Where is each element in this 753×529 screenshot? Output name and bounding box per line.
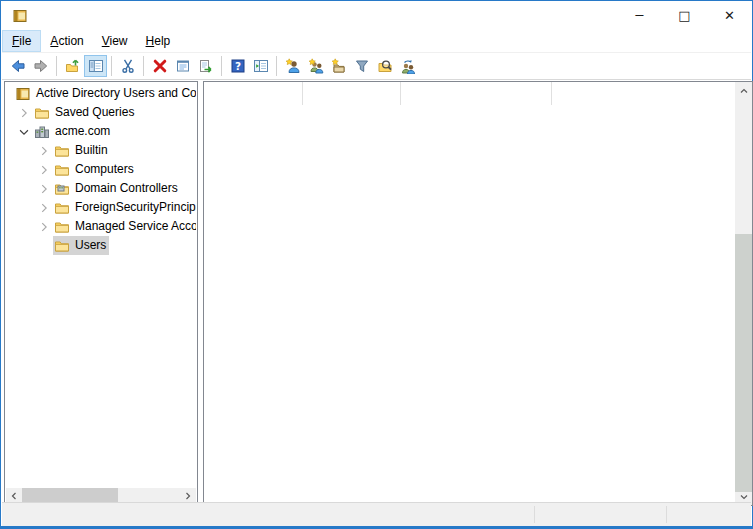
menu-item-file[interactable]: File — [2, 30, 41, 52]
new-user-icon — [285, 58, 301, 74]
new-group-button[interactable] — [304, 55, 327, 77]
group-membership-icon — [400, 58, 416, 74]
toolbar-separator[interactable] — [221, 56, 222, 76]
chevron-up-icon — [738, 85, 750, 97]
chev-right-icon[interactable] — [37, 201, 51, 215]
vertical-scroll-thumb[interactable] — [735, 234, 752, 492]
tree-item-label: Domain Controllers — [75, 179, 178, 198]
chevron-down-icon — [738, 491, 750, 503]
help-icon — [230, 58, 246, 74]
properties-button[interactable] — [171, 55, 194, 77]
menu-item-view[interactable]: View — [93, 30, 137, 52]
folder-icon — [54, 162, 70, 178]
up-one-level-button[interactable] — [61, 55, 84, 77]
menu-bar: File Action View Help — [2, 30, 751, 53]
tree-item-computers[interactable]: Computers — [6, 160, 196, 179]
folder-icon — [54, 143, 70, 159]
toolbar-separator[interactable] — [143, 56, 144, 76]
vertical-scrollbar[interactable] — [735, 82, 752, 505]
cut-button[interactable] — [116, 55, 139, 77]
folder-icon — [54, 200, 70, 216]
aduc-window: ─ □ ✕ File Action View Help — [0, 0, 753, 529]
tree-item-acme-com[interactable]: acme.com — [6, 122, 196, 141]
tree-item-domain-controllers[interactable]: Domain Controllers — [6, 179, 196, 198]
cut-icon — [120, 58, 136, 74]
up-level-icon — [65, 58, 81, 74]
chev-right-icon[interactable] — [37, 144, 51, 158]
toolbar — [2, 53, 751, 80]
status-bar-divider — [534, 506, 535, 523]
domain-icon — [34, 124, 50, 140]
filter-icon — [354, 58, 370, 74]
column-header-type[interactable] — [303, 82, 401, 105]
menu-item-action[interactable]: Action — [41, 30, 92, 52]
list-header — [204, 82, 735, 105]
toolbar-separator[interactable] — [276, 56, 277, 76]
column-header-description[interactable] — [401, 82, 552, 105]
tree-item-managed-service-accounts[interactable]: Managed Service Accou — [6, 217, 196, 236]
export-list-icon — [198, 58, 214, 74]
scroll-up-button[interactable] — [735, 82, 752, 99]
delete-button[interactable] — [148, 55, 171, 77]
toolbar-separator[interactable] — [56, 56, 57, 76]
tree-item-builtin[interactable]: Builtin — [6, 141, 196, 160]
filter-button[interactable] — [350, 55, 373, 77]
status-bar — [2, 502, 751, 526]
forward-button[interactable] — [29, 55, 52, 77]
action-pane-icon — [253, 58, 269, 74]
window-titlebar: ─ □ ✕ — [1, 1, 752, 30]
tree-item-label: ForeignSecurityPrincipals — [75, 198, 196, 217]
minimize-button[interactable]: ─ — [617, 1, 662, 30]
chev-right-icon[interactable] — [37, 163, 51, 177]
show-console-tree-button[interactable] — [84, 55, 107, 77]
new-ou-icon — [331, 58, 347, 74]
console-tree-icon — [88, 58, 104, 74]
window-controls: ─ □ ✕ — [617, 1, 752, 30]
show-action-pane-button[interactable] — [249, 55, 272, 77]
properties-icon — [175, 58, 191, 74]
chev-down-icon[interactable] — [17, 125, 31, 139]
app-icon — [12, 8, 28, 24]
tree-item-saved-queries[interactable]: Saved Queries — [6, 103, 196, 122]
toolbar-separator[interactable] — [111, 56, 112, 76]
chevron-right-icon — [182, 490, 194, 502]
menu-item-help[interactable]: Help — [137, 30, 180, 52]
tree-item-label: Computers — [75, 160, 134, 179]
find-icon — [377, 58, 393, 74]
chev-right-icon[interactable] — [37, 182, 51, 196]
chev-right-icon[interactable] — [17, 106, 31, 120]
content-area: Active Directory Users and Com Saved Que… — [2, 81, 751, 501]
folder-icon — [54, 238, 70, 254]
folder-dc-icon — [54, 181, 70, 197]
find-button[interactable] — [373, 55, 396, 77]
folder-icon — [54, 219, 70, 235]
tree-item-label: Saved Queries — [55, 103, 134, 122]
back-button[interactable] — [6, 55, 29, 77]
console-icon — [15, 86, 31, 102]
tree-item-label: Users — [75, 236, 106, 255]
forward-icon — [33, 58, 49, 74]
new-group-icon — [308, 58, 324, 74]
help-button[interactable] — [226, 55, 249, 77]
column-header-name[interactable] — [204, 82, 303, 105]
tree-item-foreignsecurityprincipals[interactable]: ForeignSecurityPrincipals — [6, 198, 196, 217]
back-icon — [10, 58, 26, 74]
close-button[interactable]: ✕ — [707, 1, 752, 30]
chevron-left-icon — [8, 490, 20, 502]
new-ou-button[interactable] — [327, 55, 350, 77]
status-bar-divider — [666, 506, 667, 523]
tree-item-users[interactable]: Users — [6, 236, 196, 255]
console-tree-pane: Active Directory Users and Com Saved Que… — [4, 81, 198, 506]
export-list-button[interactable] — [194, 55, 217, 77]
delete-icon — [152, 58, 168, 74]
list-pane — [203, 81, 753, 506]
tree-item-label: Builtin — [75, 141, 108, 160]
group-membership-button[interactable] — [396, 55, 419, 77]
maximize-button[interactable]: □ — [662, 1, 707, 30]
folder-icon — [34, 105, 50, 121]
new-user-button[interactable] — [281, 55, 304, 77]
chev-right-icon[interactable] — [37, 220, 51, 234]
tree-item-label: acme.com — [55, 122, 110, 141]
console-tree: Active Directory Users and Com Saved Que… — [6, 84, 196, 488]
tree-item-root[interactable]: Active Directory Users and Com — [6, 84, 196, 103]
